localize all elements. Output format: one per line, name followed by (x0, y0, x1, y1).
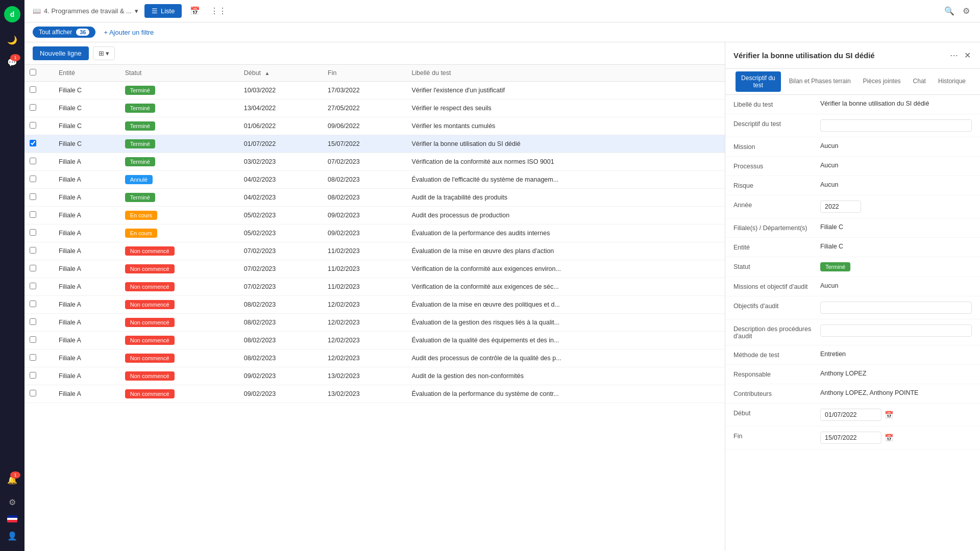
row-checkbox[interactable] (30, 300, 36, 307)
table-row[interactable]: Filiale C Terminé 01/06/2022 09/06/2022 … (24, 117, 725, 135)
detail-tabs: Descriptif du test Bilan et Phases terra… (725, 69, 980, 95)
row-icon (41, 385, 54, 403)
row-statut: Non commencé (120, 278, 239, 296)
status-badge: Non commencé (125, 300, 175, 309)
row-icon (41, 189, 54, 207)
add-filter-button[interactable]: + Ajouter un filtre (104, 29, 154, 36)
sidebar-item-chat[interactable]: 💬 1 (3, 53, 21, 71)
sidebar-item-bell[interactable]: 🔔 1 (3, 470, 21, 489)
row-checkbox[interactable] (30, 283, 36, 289)
row-checkbox[interactable] (30, 86, 36, 93)
row-checkbox[interactable] (30, 211, 36, 218)
status-badge: Terminé (125, 104, 155, 113)
field-missions-objectif: Missions et objectif d'audit Aucun (725, 277, 980, 296)
row-statut: Non commencé (120, 385, 239, 403)
status-badge: Non commencé (125, 246, 175, 256)
row-fin: 09/06/2022 (323, 117, 406, 135)
table-row[interactable]: Filiale A Non commencé 07/02/2023 11/02/… (24, 260, 725, 278)
table-row[interactable]: Filiale C Terminé 01/07/2022 15/07/2022 … (24, 135, 725, 153)
table-row[interactable]: Filiale A Non commencé 08/02/2023 12/02/… (24, 296, 725, 314)
breadcrumb: 📖 4. Programmes de travail & ... ▾ (33, 7, 138, 15)
row-checkbox[interactable] (30, 229, 36, 236)
table-row[interactable]: Filiale A Terminé 03/02/2023 07/02/2023 … (24, 153, 725, 171)
status-badge: Terminé (125, 193, 155, 202)
row-checkbox[interactable] (30, 176, 36, 182)
program-dropdown[interactable]: ▾ (135, 7, 138, 15)
fin-input[interactable] (820, 432, 881, 444)
row-checkbox[interactable] (30, 372, 36, 379)
annee-input[interactable] (820, 201, 861, 213)
table-row[interactable]: Filiale A Non commencé 08/02/2023 12/02/… (24, 349, 725, 367)
field-description-procedures: Description des procédures d'audit (725, 319, 980, 345)
mission-label: Mission (733, 142, 820, 151)
table-row[interactable]: Filiale A Non commencé 07/02/2023 11/02/… (24, 242, 725, 260)
contributeurs-label: Contributeurs (733, 389, 820, 397)
topbar-right-icons: 🔍 ⚙ (942, 4, 972, 18)
sort-icon-debut: ▲ (265, 70, 270, 76)
row-checkbox[interactable] (30, 336, 36, 343)
descriptif-value (820, 119, 972, 132)
grid-options-button[interactable]: ⊞ ▾ (93, 46, 115, 60)
objectifs-input[interactable] (820, 302, 972, 314)
libelle-test-value: Vérifier la bonne utilisation du SI dédi… (820, 100, 972, 107)
table-row[interactable]: Filiale A Terminé 04/02/2023 08/02/2023 … (24, 189, 725, 207)
filter-label: Tout afficher (39, 29, 72, 36)
tab-historique[interactable]: Historique (932, 69, 972, 94)
debut-input[interactable] (820, 409, 881, 421)
filter-pill[interactable]: Tout afficher 36 (33, 27, 95, 38)
tab-chat[interactable]: Chat (907, 69, 932, 94)
view-list-button[interactable]: ☰ Liste (144, 4, 182, 18)
table-row[interactable]: Filiale C Terminé 13/04/2022 27/05/2022 … (24, 99, 725, 117)
sidebar-item-moon[interactable]: 🌙 (3, 31, 21, 49)
row-checkbox[interactable] (30, 104, 36, 111)
sidebar-item-user[interactable]: 👤 (3, 527, 21, 545)
tab-bilan[interactable]: Bilan et Phases terrain (783, 69, 857, 94)
table-row[interactable]: Filiale A Non commencé 09/02/2023 13/02/… (24, 367, 725, 385)
search-button[interactable]: 🔍 (942, 4, 957, 18)
row-checkbox[interactable] (30, 158, 36, 164)
config-button[interactable]: ⚙ (961, 4, 972, 18)
row-checkbox[interactable] (30, 140, 36, 146)
sidebar-item-settings[interactable]: ⚙ (3, 493, 21, 511)
calendar-view-button[interactable]: 📅 (188, 4, 202, 18)
table-row[interactable]: Filiale C Terminé 10/03/2022 17/03/2022 … (24, 82, 725, 99)
detail-title: Vérifier la bonne utilisation du SI dédi… (733, 51, 945, 60)
new-line-button[interactable]: Nouvelle ligne (33, 46, 89, 60)
table-row[interactable]: Filiale A En cours 05/02/2023 09/02/2023… (24, 224, 725, 242)
moon-icon: 🌙 (7, 35, 17, 45)
language-flag[interactable] (7, 515, 17, 522)
tab-descriptif[interactable]: Descriptif du test (736, 71, 781, 92)
descriptif-input[interactable] (820, 119, 972, 132)
row-checkbox[interactable] (30, 354, 36, 361)
row-checkbox[interactable] (30, 390, 36, 396)
table-row[interactable]: Filiale A Non commencé 08/02/2023 12/02/… (24, 332, 725, 349)
table-row[interactable]: Filiale A En cours 05/02/2023 09/02/2023… (24, 207, 725, 224)
table-row[interactable]: Filiale A Non commencé 08/02/2023 12/02/… (24, 314, 725, 332)
fin-calendar-icon[interactable]: 📅 (885, 434, 893, 442)
description-procedures-input[interactable] (820, 324, 972, 337)
debut-calendar-icon[interactable]: 📅 (885, 411, 893, 419)
table-row[interactable]: Filiale A Non commencé 07/02/2023 11/02/… (24, 278, 725, 296)
filter-bar: Tout afficher 36 + Ajouter un filtre (24, 22, 980, 42)
hierarchy-view-button[interactable]: ⋮⋮ (208, 4, 229, 18)
col-debut[interactable]: Début ▲ (239, 65, 323, 82)
row-checkbox[interactable] (30, 193, 36, 200)
detail-more-button[interactable]: ⋯ (949, 49, 959, 61)
row-entite: Filiale A (54, 260, 120, 278)
select-all-checkbox[interactable] (30, 69, 36, 76)
row-checkbox[interactable] (30, 318, 36, 325)
risque-label: Risque (733, 181, 820, 189)
row-checkbox[interactable] (30, 265, 36, 271)
libelle-test-label: Libellé du test (733, 100, 820, 108)
detail-close-button[interactable]: ✕ (963, 49, 972, 61)
annee-value (820, 201, 972, 213)
responsable-value: Anthony LOPEZ (820, 370, 972, 377)
field-objectifs: Objectifs d'audit (725, 296, 980, 319)
tab-pieces[interactable]: Pièces jointes (857, 69, 907, 94)
table-row[interactable]: Filiale A Annulé 04/02/2023 08/02/2023 É… (24, 171, 725, 189)
row-checkbox[interactable] (30, 122, 36, 129)
app-logo[interactable]: d (4, 6, 20, 22)
col-fin: Fin (323, 65, 406, 82)
row-checkbox[interactable] (30, 247, 36, 254)
table-row[interactable]: Filiale A Non commencé 09/02/2023 13/02/… (24, 385, 725, 403)
